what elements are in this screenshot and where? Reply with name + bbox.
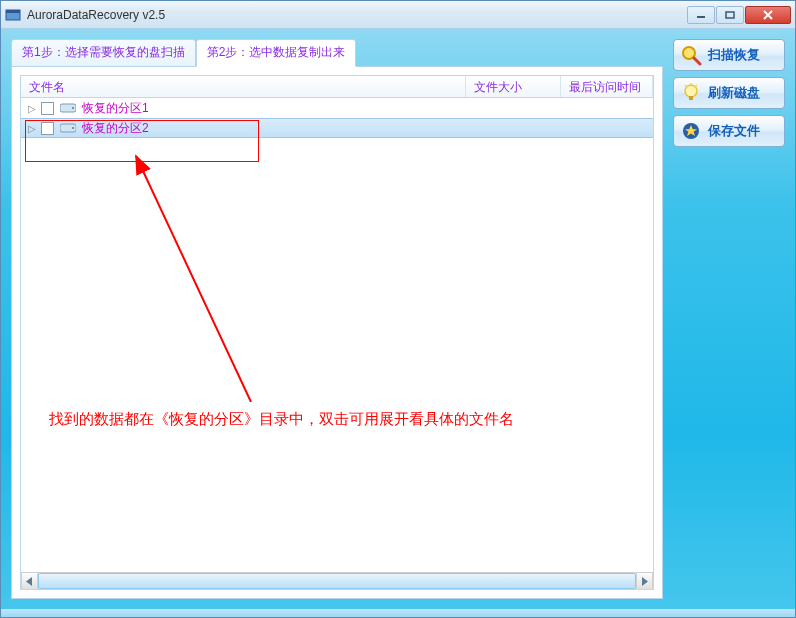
row-checkbox[interactable]: [41, 122, 54, 135]
svg-rect-3: [726, 12, 734, 18]
file-list: 文件名 文件大小 最后访问时间 ▷ 恢复的分区1: [20, 75, 654, 590]
button-label: 扫描恢复: [708, 46, 760, 64]
svg-rect-15: [689, 96, 693, 100]
list-body: ▷ 恢复的分区1 ▷: [21, 98, 653, 572]
row-checkbox[interactable]: [41, 102, 54, 115]
minimize-button[interactable]: [687, 6, 715, 24]
drive-icon: [60, 102, 76, 114]
app-icon: [5, 7, 21, 23]
row-label: 恢复的分区1: [82, 100, 149, 117]
column-header-size[interactable]: 文件大小: [466, 76, 561, 97]
scroll-thumb[interactable]: [38, 573, 636, 589]
refresh-disk-button[interactable]: 刷新磁盘: [673, 77, 785, 109]
column-header-name[interactable]: 文件名: [21, 76, 466, 97]
svg-line-9: [136, 156, 251, 402]
row-label: 恢复的分区2: [82, 120, 149, 137]
scroll-right-button[interactable]: [636, 573, 653, 589]
svg-rect-1: [6, 10, 20, 13]
app-window: AuroraDataRecovery v2.5 第1步：选择需要恢复的盘扫描 第…: [0, 0, 796, 618]
annotation-arrow: [111, 152, 281, 402]
scroll-left-button[interactable]: [21, 573, 38, 589]
titlebar[interactable]: AuroraDataRecovery v2.5: [1, 1, 795, 29]
column-header-time[interactable]: 最后访问时间: [561, 76, 653, 97]
svg-point-5: [72, 107, 74, 109]
drive-icon: [60, 122, 76, 134]
bulb-icon: [680, 82, 702, 104]
button-label: 刷新磁盘: [708, 84, 760, 102]
window-title: AuroraDataRecovery v2.5: [27, 8, 686, 22]
left-panel: 第1步：选择需要恢复的盘扫描 第2步：选中数据复制出来 文件名 文件大小 最后访…: [11, 39, 663, 599]
maximize-button[interactable]: [716, 6, 744, 24]
tab-step-1[interactable]: 第1步：选择需要恢复的盘扫描: [11, 39, 196, 67]
svg-line-13: [694, 58, 700, 64]
svg-marker-11: [642, 577, 648, 586]
svg-point-7: [72, 127, 74, 129]
expander-icon[interactable]: ▷: [27, 103, 37, 113]
tree-row[interactable]: ▷ 恢复的分区1: [21, 98, 653, 118]
window-controls: [686, 6, 791, 24]
tree-row[interactable]: ▷ 恢复的分区2: [21, 118, 653, 138]
annotation-text: 找到的数据都在《恢复的分区》目录中，双击可用展开看具体的文件名: [49, 410, 514, 429]
button-label: 保存文件: [708, 122, 760, 140]
tab-step-2[interactable]: 第2步：选中数据复制出来: [196, 39, 357, 67]
client-area: 第1步：选择需要恢复的盘扫描 第2步：选中数据复制出来 文件名 文件大小 最后访…: [1, 29, 795, 609]
svg-rect-2: [697, 16, 705, 18]
svg-marker-10: [26, 577, 32, 586]
magnifier-icon: [680, 44, 702, 66]
star-ball-icon: [680, 120, 702, 142]
scan-recover-button[interactable]: 扫描恢复: [673, 39, 785, 71]
expander-icon[interactable]: ▷: [27, 123, 37, 133]
horizontal-scrollbar[interactable]: [21, 572, 653, 589]
list-header: 文件名 文件大小 最后访问时间: [21, 76, 653, 98]
scroll-track[interactable]: [38, 573, 636, 589]
statusbar: [1, 609, 795, 617]
tab-strip: 第1步：选择需要恢复的盘扫描 第2步：选中数据复制出来: [11, 39, 663, 67]
tab-content: 文件名 文件大小 最后访问时间 ▷ 恢复的分区1: [11, 66, 663, 599]
right-panel: 扫描恢复 刷新磁盘 保存文件: [673, 39, 785, 147]
save-file-button[interactable]: 保存文件: [673, 115, 785, 147]
close-button[interactable]: [745, 6, 791, 24]
